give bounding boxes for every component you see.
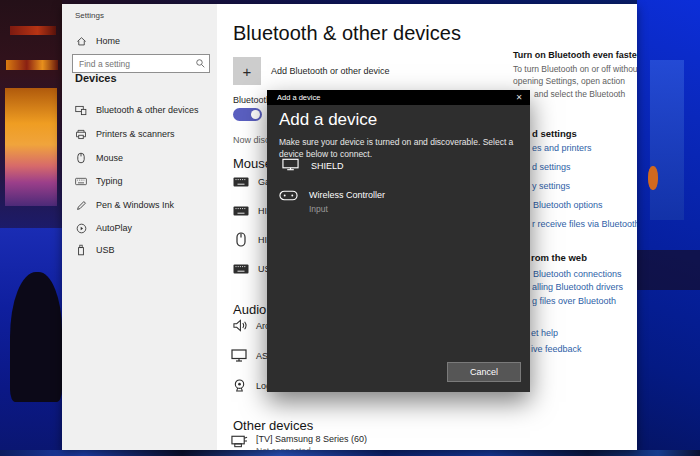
sidebar-section-devices: Devices xyxy=(75,72,117,84)
keyboard-icon xyxy=(75,175,87,187)
sidebar-item-label: Pen & Windows Ink xyxy=(96,200,174,210)
search-input[interactable] xyxy=(73,59,195,69)
dialog-device-subtitle: Input xyxy=(309,204,385,214)
link-reinstalling-drivers[interactable]: alling Bluetooth drivers xyxy=(532,282,623,292)
monitor-icon xyxy=(279,158,301,171)
wallpaper-decor xyxy=(6,60,58,70)
tip-line: To turn Bluetooth on or off without xyxy=(513,64,637,74)
mouse-icon xyxy=(232,232,250,247)
wallpaper-bottom xyxy=(0,450,700,456)
toggle-knob xyxy=(251,110,260,119)
link-sharing-files[interactable]: g files over Bluetooth xyxy=(532,296,616,306)
sidebar-item-pen[interactable]: Pen & Windows Ink xyxy=(75,199,174,211)
mouse-icon xyxy=(75,152,87,164)
sidebar: Settings Home Devices Bluetooth & other … xyxy=(62,4,217,450)
sidebar-item-label: Mouse xyxy=(96,153,123,163)
sidebar-item-typing[interactable]: Typing xyxy=(75,175,123,187)
webcam-icon xyxy=(230,379,248,393)
close-icon: ✕ xyxy=(516,93,523,102)
printer-icon xyxy=(75,128,87,140)
desktop: Settings Home Devices Bluetooth & other … xyxy=(0,0,700,456)
sidebar-item-mouse[interactable]: Mouse xyxy=(75,152,123,164)
sidebar-item-label: Home xyxy=(96,36,120,46)
sidebar-item-bluetooth[interactable]: Bluetooth & other devices xyxy=(75,104,199,116)
link-send-receive-files[interactable]: r receive files via Bluetooth xyxy=(532,219,637,229)
sidebar-item-usb[interactable]: USB xyxy=(75,244,115,256)
add-device-button[interactable]: + Add Bluetooth or other device xyxy=(233,57,390,85)
link-get-help[interactable]: et help xyxy=(531,328,558,338)
bluetooth-label: Bluetooth xyxy=(233,95,271,105)
dialog-device-controller[interactable]: Wireless Controller Input xyxy=(277,190,385,214)
sidebar-item-label: USB xyxy=(96,245,115,255)
tv-device-label: [TV] Samsung 8 Series (60) xyxy=(256,434,367,444)
dialog-device-shield[interactable]: SHIELD xyxy=(279,158,344,171)
search-box[interactable] xyxy=(72,54,210,73)
section-other-devices: Other devices xyxy=(233,418,313,433)
related-settings-header: d settings xyxy=(532,128,577,139)
dialog-titlebar: Add a device ✕ xyxy=(267,90,530,105)
wallpaper-decor xyxy=(648,166,658,190)
keyboard-icon xyxy=(232,264,250,274)
link-sound-settings[interactable]: d settings xyxy=(532,162,571,172)
sidebar-item-label: Typing xyxy=(96,176,123,186)
dialog-title: Add a device xyxy=(277,93,508,102)
cancel-button[interactable]: Cancel xyxy=(447,362,521,382)
keyboard-icon xyxy=(232,177,250,187)
tv-icon xyxy=(230,434,248,448)
wallpaper-decor xyxy=(637,250,700,290)
sidebar-item-autoplay[interactable]: AutoPlay xyxy=(75,222,132,234)
help-web-header: rom the web xyxy=(531,252,587,263)
sidebar-item-label: Bluetooth & other devices xyxy=(96,105,199,115)
wallpaper-decor xyxy=(10,26,56,35)
dialog-heading: Add a device xyxy=(279,110,377,130)
dialog-close-button[interactable]: ✕ xyxy=(508,90,530,105)
dialog-description: Make sure your device is turned on and d… xyxy=(279,137,522,160)
sidebar-item-home[interactable]: Home xyxy=(75,35,120,47)
sidebar-item-printers[interactable]: Printers & scanners xyxy=(75,128,175,140)
plus-icon: + xyxy=(233,57,261,85)
sidebar-item-label: Printers & scanners xyxy=(96,129,175,139)
autoplay-icon xyxy=(75,222,87,234)
wallpaper-decor xyxy=(10,272,62,402)
wallpaper-decor xyxy=(650,60,684,220)
dialog-device-name: SHIELD xyxy=(311,161,344,171)
pen-icon xyxy=(75,199,87,211)
link-give-feedback[interactable]: ive feedback xyxy=(531,344,582,354)
search-icon xyxy=(195,58,209,70)
tip-line: and select the Bluetooth xyxy=(534,89,625,99)
tv-device-item[interactable]: [TV] Samsung 8 Series (60) Not connected xyxy=(230,434,367,450)
link-display-settings[interactable]: y settings xyxy=(532,181,570,191)
add-device-dialog: Add a device ✕ Add a device Make sure yo… xyxy=(267,90,530,392)
tip-title: Turn on Bluetooth even faster xyxy=(513,50,637,60)
link-fixing-connections[interactable]: Bluetooth connections xyxy=(533,269,622,279)
page-title: Bluetooth & other devices xyxy=(233,22,461,45)
section-audio: Audio xyxy=(233,302,266,317)
window-title: Settings xyxy=(75,11,104,20)
monitor-icon xyxy=(230,349,248,362)
sidebar-item-label: AutoPlay xyxy=(96,223,132,233)
tip-line: opening Settings, open action xyxy=(513,76,625,86)
add-device-label: Add Bluetooth or other device xyxy=(271,66,390,76)
home-icon xyxy=(75,35,87,47)
gamepad-icon xyxy=(277,190,299,214)
tv-device-status: Not connected xyxy=(256,446,367,450)
link-devices-printers[interactable]: es and printers xyxy=(532,143,592,153)
link-bluetooth-options[interactable]: Bluetooth options xyxy=(533,200,603,210)
devices-icon xyxy=(75,104,87,116)
bluetooth-toggle[interactable] xyxy=(233,108,262,121)
dialog-device-name: Wireless Controller xyxy=(309,190,385,200)
keyboard-icon xyxy=(232,206,250,216)
wallpaper-decor xyxy=(5,88,57,206)
speaker-icon xyxy=(230,319,248,332)
usb-icon xyxy=(75,244,87,256)
